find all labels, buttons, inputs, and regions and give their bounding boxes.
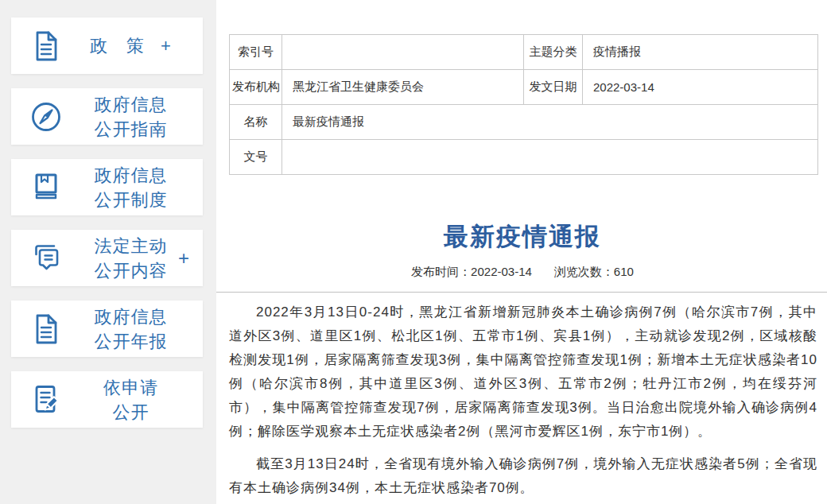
divider — [216, 292, 827, 293]
document-icon — [29, 312, 64, 347]
chat-bubbles-icon — [29, 241, 64, 276]
sidebar-item-text: 公开年报 — [95, 329, 168, 354]
table-row: 名称 最新疫情通报 — [230, 105, 818, 140]
book-icon — [29, 170, 64, 205]
sidebar-item-text: 政府信息 — [95, 92, 168, 117]
view-count-label: 浏览次数： — [554, 265, 614, 278]
sidebar-item-text: 政府信息 — [95, 304, 168, 329]
publish-time-value: 2022-03-14 — [471, 265, 532, 278]
sidebar-item-label: 政府信息 公开指南 — [64, 92, 198, 142]
index-number-label: 索引号 — [230, 35, 282, 70]
sidebar-item-text: 公开指南 — [95, 117, 168, 142]
publisher-value: 黑龙江省卫生健康委员会 — [282, 70, 524, 105]
table-row: 发布机构 黑龙江省卫生健康委员会 发文日期 2022-03-14 — [230, 70, 818, 105]
publisher-label: 发布机构 — [230, 70, 282, 105]
name-value: 最新疫情通报 — [282, 105, 818, 140]
article-paragraph: 2022年3月13日0-24时，黑龙江省新增新冠肺炎本土确诊病例7例（哈尔滨市7… — [229, 300, 817, 444]
sidebar-item-text: 公开内容 — [95, 258, 168, 283]
sidebar-item-text: 公开制度 — [95, 188, 168, 212]
sidebar-item-label: 政府信息 公开制度 — [64, 163, 198, 212]
topic-category-value: 疫情播报 — [583, 35, 818, 70]
sidebar-item-text: 法定主动 — [95, 234, 168, 258]
topic-category-label: 主题分类 — [524, 35, 583, 70]
sidebar-item-label: 政 策 + — [64, 33, 198, 58]
document-pen-icon — [29, 382, 64, 417]
sidebar-item-text: 政府信息 — [95, 163, 168, 188]
publish-time-label: 发布时间： — [411, 265, 471, 278]
name-label: 名称 — [230, 105, 282, 140]
doc-number-label: 文号 — [230, 140, 282, 175]
expand-plus-icon: + — [161, 33, 172, 58]
sidebar: 政 策 + 政府信息 公开指南 — [0, 0, 216, 504]
sidebar-item-text: 政 策 — [90, 33, 145, 58]
issue-date-value: 2022-03-14 — [583, 70, 818, 105]
document-icon — [29, 29, 64, 64]
doc-number-value — [282, 140, 818, 175]
sidebar-item-system[interactable]: 政府信息 公开制度 — [11, 159, 203, 215]
article-body: 2022年3月13日0-24时，黑龙江省新增新冠肺炎本土确诊病例7例（哈尔滨市7… — [229, 300, 817, 500]
page: 政 策 + 政府信息 公开指南 — [0, 0, 827, 504]
table-row: 文号 — [230, 140, 818, 175]
compass-icon — [29, 99, 64, 134]
sidebar-item-statutory[interactable]: 法定主动 公开内容 + — [11, 230, 203, 286]
article-paragraph: 截至3月13日24时，全省现有境外输入确诊病例7例，境外输入无症状感染者5例；全… — [229, 452, 817, 500]
sidebar-item-policy[interactable]: 政 策 + — [11, 17, 203, 74]
sidebar-item-label: 政府信息 公开年报 — [64, 304, 198, 354]
sidebar-item-apply-disclosure[interactable]: 依申请 公开 — [11, 371, 203, 428]
page-title: 最新疫情通报 — [229, 223, 816, 251]
sidebar-item-text: 公开 — [113, 400, 149, 425]
table-row: 索引号 主题分类 疫情播报 — [230, 35, 818, 70]
article-meta: 发布时间：2022-03-14浏览次数：610 — [229, 265, 816, 280]
sidebar-item-annual-report[interactable]: 政府信息 公开年报 — [11, 300, 203, 357]
expand-plus-icon: + — [178, 247, 189, 269]
index-number-value — [282, 35, 524, 70]
info-table: 索引号 主题分类 疫情播报 发布机构 黑龙江省卫生健康委员会 发文日期 2022… — [229, 34, 818, 175]
issue-date-label: 发文日期 — [524, 70, 583, 105]
sidebar-item-guide[interactable]: 政府信息 公开指南 — [11, 88, 203, 145]
main-content: 索引号 主题分类 疫情播报 发布机构 黑龙江省卫生健康委员会 发文日期 2022… — [216, 0, 827, 504]
view-count-value: 610 — [614, 265, 634, 278]
sidebar-item-label: 依申请 公开 — [64, 375, 198, 425]
sidebar-item-text: 依申请 — [103, 375, 158, 400]
